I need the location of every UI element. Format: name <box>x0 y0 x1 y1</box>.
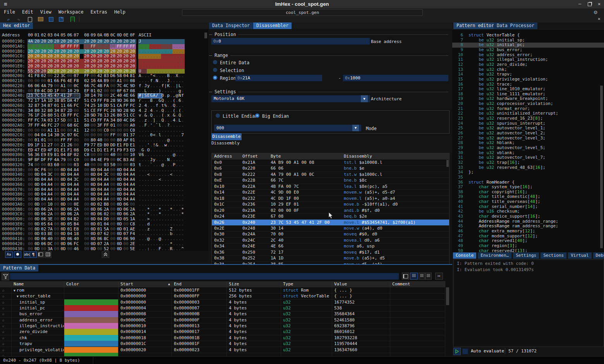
hex-byte[interactable]: 20 <box>74 64 79 69</box>
pattern-col-end[interactable]: End <box>172 281 227 287</box>
hex-byte[interactable]: B0 <box>104 143 109 148</box>
hex-byte[interactable]: 20 <box>110 59 115 64</box>
ascii-char[interactable]: . <box>178 182 181 187</box>
hex-byte[interactable]: 87 <box>48 103 53 108</box>
hex-byte[interactable]: FA <box>104 84 109 89</box>
ascii-char[interactable]: . <box>167 202 170 207</box>
ascii-char[interactable]: ` <box>150 163 153 168</box>
ascii-char[interactable]: . <box>144 202 147 207</box>
ascii-char[interactable]: . <box>176 98 178 103</box>
ascii-char[interactable]: 6 <box>178 98 181 103</box>
hex-row[interactable]: 00000320:7400000360000003400000035000000… <box>0 163 208 168</box>
hex-byte[interactable]: 0D <box>61 217 66 222</box>
ascii-char[interactable]: . <box>161 222 164 227</box>
hex-byte[interactable]: 00 <box>28 197 33 202</box>
ascii-char[interactable]: . <box>144 59 147 64</box>
hex-byte[interactable]: 0D <box>117 217 122 222</box>
ascii-char[interactable]: . <box>147 242 150 247</box>
hex-byte[interactable]: 0D <box>117 242 122 247</box>
hex-byte[interactable]: 60 <box>67 123 72 128</box>
tab-disassembler[interactable]: Disassembler <box>253 22 292 29</box>
ascii-char[interactable]: . <box>139 64 141 69</box>
ascii-char[interactable]: . <box>181 217 184 222</box>
ascii-char[interactable]: 8 <box>150 98 153 103</box>
hex-byte[interactable]: 00 <box>84 158 89 163</box>
hex-byte[interactable]: AE <box>130 158 135 163</box>
ascii-char[interactable]: . <box>144 242 147 247</box>
ascii-char[interactable]: . <box>164 59 167 64</box>
pattern-col-name[interactable]: Name <box>12 281 64 287</box>
hex-byte[interactable]: 00 <box>34 163 39 168</box>
hex-byte[interactable]: 00 <box>84 197 89 202</box>
hex-byte[interactable]: 66 <box>84 84 89 89</box>
ascii-char[interactable]: . <box>167 163 170 168</box>
hex-byte[interactable]: FF <box>91 44 96 49</box>
hex-byte[interactable]: D0 <box>104 217 109 222</box>
ascii-char[interactable]: . <box>170 143 173 148</box>
hex-byte[interactable]: 80 <box>117 138 122 143</box>
hex-byte[interactable]: 4E <box>67 79 72 84</box>
hex-byte[interactable]: 90 <box>130 237 135 242</box>
hex-byte[interactable]: FF <box>97 98 102 103</box>
mode-select[interactable]: 000 ▼ <box>214 125 361 131</box>
hex-row[interactable]: 000002E0:D91F112700212600F977EDB0DDE1FDE… <box>0 143 208 148</box>
ascii-char[interactable]: . <box>173 177 175 182</box>
ascii-char[interactable]: : <box>147 247 150 252</box>
hex-row[interactable]: 00000310:9FBFDFFF4A7900C000044EF9000CB3A… <box>0 158 208 163</box>
ascii-char[interactable]: . <box>178 64 181 69</box>
ascii-char[interactable]: . <box>141 177 144 182</box>
hex-byte[interactable]: 20 <box>54 59 59 64</box>
ascii-char[interactable]: . <box>176 39 178 44</box>
hex-row[interactable]: 000003A0:000D0010000D000E000D02B8000D060… <box>0 202 208 207</box>
hex-byte[interactable]: 20 <box>41 59 46 64</box>
disasm-row[interactable]: 0x140x22E4C 9D 00 E0movem.w (a5)+, d5-d7 <box>212 189 449 196</box>
ascii-char[interactable]: . <box>156 44 158 49</box>
hex-row[interactable]: 000001D0:2020202020202020202020202020202… <box>0 59 208 64</box>
big-endian-radio[interactable] <box>255 113 259 118</box>
ascii-char[interactable]: . <box>173 217 175 222</box>
hex-byte[interactable]: 20 <box>28 64 33 69</box>
filter-funnel-icon[interactable] <box>2 273 9 280</box>
expand-arrow-icon[interactable]: ▼ <box>14 289 15 292</box>
hex-byte[interactable]: 9D <box>117 98 122 103</box>
hex-byte[interactable]: 0D <box>117 222 122 227</box>
menu-extras[interactable]: Extras <box>91 9 107 15</box>
hex-byte[interactable]: 00 <box>67 163 72 168</box>
hex-byte[interactable]: DF <box>41 158 46 163</box>
paragraph-toggle-button[interactable]: ¶ <box>30 251 37 258</box>
ascii-char[interactable]: . <box>176 237 178 242</box>
hex-byte[interactable]: 4C <box>124 118 129 123</box>
ascii-char[interactable]: . <box>147 44 150 49</box>
ascii-char[interactable]: . <box>164 197 167 202</box>
undo-icon[interactable]: ↶ <box>7 17 10 22</box>
hex-byte[interactable]: 04 <box>67 217 72 222</box>
ascii-char[interactable]: @ <box>158 237 161 242</box>
ascii-char[interactable]: . <box>170 177 173 182</box>
ascii-char[interactable]: . <box>144 222 147 227</box>
ascii-char[interactable]: . <box>164 217 167 222</box>
ascii-char[interactable]: . <box>158 64 161 69</box>
ascii-char[interactable]: . <box>139 247 141 252</box>
menu-workspace[interactable]: Workspace <box>58 9 84 15</box>
hex-byte[interactable]: 20 <box>61 59 66 64</box>
hex-byte[interactable]: 3C <box>74 177 79 182</box>
hex-byte[interactable]: FF <box>117 44 122 49</box>
ascii-char[interactable]: . <box>178 242 181 247</box>
hex-byte[interactable]: 00 <box>28 202 33 207</box>
ascii-char[interactable]: . <box>158 242 161 247</box>
ascii-char[interactable]: . <box>153 59 156 64</box>
ascii-char[interactable]: . <box>167 247 170 252</box>
hex-byte[interactable]: 01 <box>54 103 59 108</box>
hex-byte[interactable]: 3F <box>97 123 102 128</box>
ascii-char[interactable]: . <box>164 44 167 49</box>
hex-byte[interactable]: 0D <box>117 247 122 252</box>
pattern-col-value[interactable]: Value <box>332 281 390 287</box>
ascii-char[interactable]: r <box>139 98 141 103</box>
hex-byte[interactable]: 40 <box>97 138 102 143</box>
ascii-char[interactable]: . <box>164 123 167 128</box>
hex-byte[interactable]: 00 <box>34 79 39 84</box>
ascii-char[interactable]: t <box>161 103 164 108</box>
ascii-char[interactable]: . <box>161 237 164 242</box>
hex-byte[interactable]: FF <box>97 118 102 123</box>
hex-byte[interactable]: 32 <box>28 103 33 108</box>
